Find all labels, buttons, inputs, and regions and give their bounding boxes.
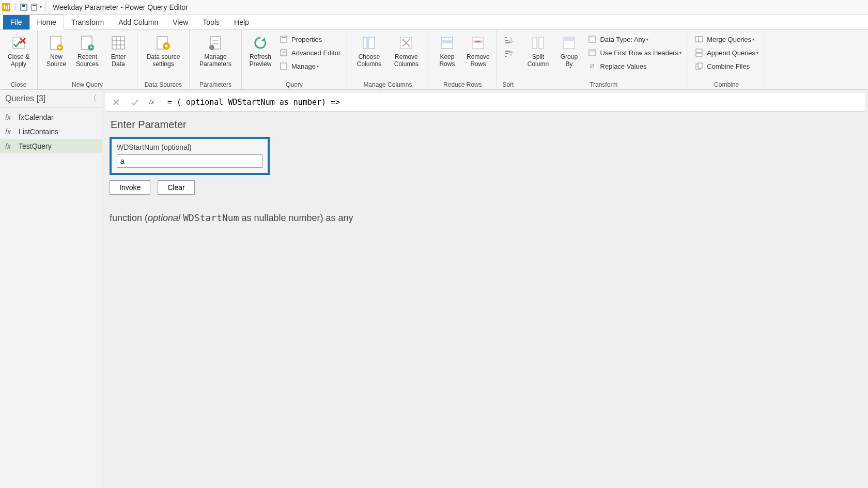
chevron-down-icon: ▾ [40,5,42,9]
queries-sidebar: Queries [3] 〈 fx fxCalendar fx ListConta… [0,90,102,488]
svg-point-22 [209,45,214,50]
qat-item-icon[interactable]: ▾ [30,2,42,13]
query-item-listcontains[interactable]: fx ListContains [0,124,102,139]
confirm-formula-icon[interactable] [127,96,143,109]
merge-queries-button[interactable]: Merge Queries▾ [691,33,762,45]
manage-parameters-label: ManageParameters [199,54,231,68]
formula-input[interactable] [164,96,862,109]
group-by-button[interactable]: GroupBy [553,32,584,70]
main-area: fx Enter Parameter WDStartNum (optional)… [102,90,868,488]
data-source-settings-label: Data sourcesettings [147,54,180,68]
data-source-settings-button[interactable]: Data sourcesettings [141,32,186,70]
sig-name: WDStartNum [183,212,239,223]
sig-optional: optional [148,213,180,223]
new-source-button[interactable]: NewSource [41,32,72,70]
svg-rect-44 [696,53,702,56]
manage-parameters-button[interactable]: ManageParameters [193,32,238,70]
save-icon[interactable] [18,2,29,13]
first-row-headers-icon [587,48,597,57]
replace-values-button[interactable]: Replace Values [584,60,685,72]
new-source-label: NewSource [47,54,66,68]
new-source-icon [48,34,65,52]
remove-columns-button[interactable]: RemoveColumns [388,32,425,70]
svg-rect-0 [4,5,5,9]
invoke-button[interactable]: Invoke [110,180,150,195]
ribbon-group-parameters: ManageParameters Parameters [190,30,242,89]
tab-view[interactable]: View [165,15,195,29]
fx-formula-icon[interactable]: fx [146,96,161,109]
query-item-testquery[interactable]: fx TestQuery [0,139,102,153]
data-type-icon [587,35,597,44]
tab-add-column[interactable]: Add Column [111,15,165,29]
svg-rect-28 [366,37,369,49]
svg-rect-42 [699,37,703,42]
svg-rect-24 [282,37,286,38]
fx-icon: fx [5,113,14,121]
queries-header-label: Queries [3] [5,94,45,103]
data-type-label: Data Type: Any [600,36,645,43]
split-column-button[interactable]: SplitColumn [522,32,553,70]
svg-rect-11 [112,37,125,49]
queries-list: fx fxCalendar fx ListContains fx TestQue… [0,108,102,155]
sort-asc-button[interactable] [502,35,514,46]
cancel-formula-icon[interactable] [109,96,124,109]
ribbon-group-reduce-rows: KeepRows RemoveRows Reduce Rows [428,30,497,89]
keep-rows-button[interactable]: KeepRows [431,32,462,70]
fx-icon: fx [5,128,14,136]
tab-file[interactable]: File [3,15,29,29]
ribbon-group-new-query-label: New Query [41,81,134,88]
svg-rect-38 [589,36,595,42]
sig-suffix: as nullable number) as any [239,213,353,223]
parameter-input[interactable] [117,154,262,168]
choose-columns-label: ChooseColumns [357,54,381,68]
window-title: Weekday Parameter - Power Query Editor [53,3,188,11]
close-apply-button[interactable]: Close &Apply [3,32,34,70]
sort-desc-button[interactable] [502,49,514,60]
query-item-fxcalendar[interactable]: fx fxCalendar [0,110,102,124]
advanced-editor-button[interactable]: Advanced Editor [276,46,344,59]
svg-rect-5 [33,5,36,6]
queries-header[interactable]: Queries [3] 〈 [0,90,102,108]
combine-files-button[interactable]: Combine Files [691,60,762,72]
svg-rect-40 [589,50,595,52]
svg-rect-46 [698,63,702,68]
remove-rows-button[interactable]: RemoveRows [462,32,493,70]
collapse-icon[interactable]: 〈 [89,94,97,103]
tab-tools[interactable]: Tools [195,15,227,29]
tab-transform[interactable]: Transform [64,15,111,29]
query-item-label: TestQuery [19,142,52,150]
choose-columns-button[interactable]: ChooseColumns [350,32,388,70]
svg-rect-21 [212,43,219,44]
qat-separator [16,3,16,11]
remove-rows-label: RemoveRows [467,54,490,68]
menu-tabs: File Home Transform Add Column View Tool… [0,14,868,30]
manage-button[interactable]: Manage▾ [276,60,344,72]
svg-rect-1 [6,6,7,9]
tab-home[interactable]: Home [29,14,64,30]
qat-separator-2 [45,3,45,11]
data-source-settings-icon [154,34,172,52]
sig-prefix: function ( [110,213,148,223]
recent-sources-button[interactable]: RecentSources [72,32,103,70]
manage-parameters-icon [207,34,224,52]
append-queries-button[interactable]: Append Queries▾ [691,46,762,59]
remove-rows-icon [469,34,487,52]
svg-rect-35 [539,37,544,49]
ribbon-group-close: Close &Apply Close [0,30,38,89]
first-row-headers-label: Use First Row as Headers [600,49,678,57]
refresh-preview-button[interactable]: RefreshPreview [245,32,276,70]
enter-data-button[interactable]: EnterData [103,32,134,70]
replace-values-icon [587,61,597,71]
properties-button[interactable]: Properties [276,33,344,45]
first-row-headers-button[interactable]: Use First Row as Headers▾ [584,46,685,59]
svg-rect-4 [32,4,37,10]
ribbon-group-combine: Merge Queries▾ Append Queries▾ Combine F… [688,30,765,89]
tab-help[interactable]: Help [227,15,256,29]
combine-files-icon [694,61,704,71]
ribbon-group-close-label: Close [3,81,34,88]
formula-bar: fx [105,93,865,112]
data-type-button[interactable]: Data Type: Any▾ [584,33,685,45]
ribbon: Close &Apply Close NewSource RecentSourc… [0,30,868,90]
clear-button[interactable]: Clear [158,180,194,195]
enter-data-icon [110,34,127,52]
